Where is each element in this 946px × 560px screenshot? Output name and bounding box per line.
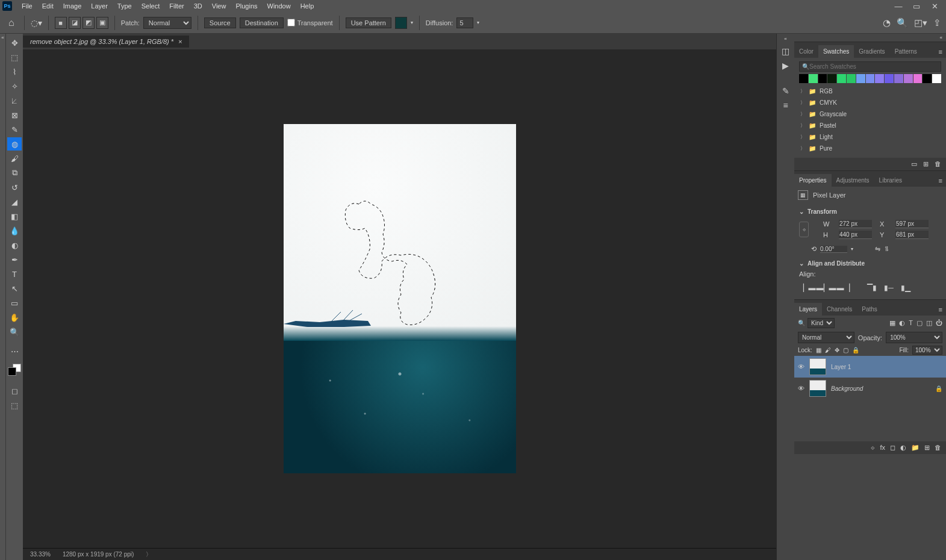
menu-edit[interactable]: Edit	[37, 2, 58, 10]
workspace-icon[interactable]: ◰▾	[914, 17, 927, 28]
quick-mask-icon[interactable]: ◻	[7, 384, 22, 397]
close-tab-icon[interactable]: ×	[178, 38, 182, 45]
swatch-item[interactable]	[904, 74, 913, 83]
hand-tool-icon[interactable]: ✋	[7, 311, 22, 324]
filter-shape-icon[interactable]: ▢	[916, 319, 923, 327]
zoom-tool-icon[interactable]: 🔍	[7, 325, 22, 338]
collapse-arrow-icon[interactable]: «	[784, 36, 786, 42]
window-close-icon[interactable]: ✕	[926, 2, 944, 11]
swatch-item[interactable]	[866, 74, 875, 83]
type-tool-icon[interactable]: T	[7, 267, 22, 281]
menu-type[interactable]: Type	[113, 2, 137, 10]
filter-adjustment-icon[interactable]: ◐	[899, 319, 905, 327]
menu-image[interactable]: Image	[58, 2, 87, 10]
new-layer-icon[interactable]: ⊞	[924, 444, 930, 452]
fill-select[interactable]: 100%	[912, 346, 942, 355]
layer-item-background[interactable]: 👁 Background 🔒	[794, 378, 946, 399]
screen-mode-icon[interactable]: ⬚	[7, 399, 22, 412]
intersect-selection-icon[interactable]: ▣	[96, 17, 108, 29]
foreground-background-colors[interactable]	[8, 364, 21, 377]
swatch-item[interactable]	[894, 74, 903, 83]
actions-panel-icon[interactable]: ▶	[782, 61, 789, 70]
crop-tool-icon[interactable]: ⟀	[7, 94, 22, 107]
lock-image-icon[interactable]: 🖌	[825, 347, 831, 353]
frame-tool-icon[interactable]: ⊠	[7, 108, 22, 122]
align-top-icon[interactable]: ▔▮	[867, 282, 877, 293]
layer-thumbnail[interactable]	[809, 358, 826, 375]
swatch-item[interactable]	[847, 74, 856, 83]
layer-fx-icon[interactable]: fx	[880, 444, 885, 452]
window-minimize-icon[interactable]: —	[889, 2, 907, 11]
swatch-item[interactable]	[799, 74, 808, 83]
link-wh-icon[interactable]: ⟐	[799, 222, 809, 237]
use-pattern-button[interactable]: Use Pattern	[346, 17, 391, 28]
cloud-docs-icon[interactable]: ◔	[883, 17, 891, 28]
panel-menu-icon[interactable]: ≡	[935, 303, 946, 316]
align-left-icon[interactable]: ▏▬	[804, 282, 815, 293]
height-input[interactable]	[839, 231, 872, 239]
swatch-folder-pastel[interactable]: 〉📁Pastel	[799, 120, 941, 131]
toolbar-collapse[interactable]: «	[0, 34, 6, 560]
lasso-tool-icon[interactable]: ⌇	[7, 65, 22, 78]
swatch-folder-light[interactable]: 〉📁Light	[799, 131, 941, 143]
magic-wand-tool-icon[interactable]: ✧	[7, 79, 22, 93]
width-input[interactable]	[839, 220, 872, 228]
align-right-icon[interactable]: ▬▕	[838, 282, 848, 293]
angle-input[interactable]	[820, 246, 847, 253]
swatch-export-icon[interactable]: ▭	[911, 160, 917, 168]
marquee-tool-icon[interactable]: ⬚	[7, 51, 22, 64]
subtract-selection-icon[interactable]: ◩	[82, 17, 95, 29]
visibility-toggle-icon[interactable]: 👁	[798, 385, 804, 392]
new-group-icon[interactable]: 📁	[911, 444, 920, 452]
blur-tool-icon[interactable]: 💧	[7, 224, 22, 237]
source-button[interactable]: Source	[204, 17, 236, 28]
tab-libraries[interactable]: Libraries	[874, 174, 907, 187]
home-icon[interactable]: ⌂	[5, 17, 18, 28]
patch-mode-select[interactable]: Normal	[143, 17, 191, 29]
visibility-toggle-icon[interactable]: 👁	[798, 363, 804, 370]
menu-3d[interactable]: 3D	[189, 2, 207, 10]
align-hcenter-icon[interactable]: ▬▏▬	[821, 282, 832, 293]
swatch-item[interactable]	[932, 74, 941, 83]
layer-name[interactable]: Layer 1	[831, 364, 851, 370]
filter-smartobj-icon[interactable]: ◫	[926, 319, 932, 327]
swatch-search-input[interactable]	[809, 63, 938, 70]
swatch-item[interactable]	[856, 74, 865, 83]
canvas-viewport[interactable]	[23, 49, 776, 548]
window-restore-icon[interactable]: ▭	[907, 2, 926, 11]
shape-tool-icon[interactable]: ▭	[7, 296, 22, 310]
move-tool-icon[interactable]: ✥	[7, 36, 22, 49]
share-icon[interactable]: ⇪	[933, 17, 941, 28]
history-panel-icon[interactable]: ◫	[782, 46, 789, 56]
patch-tool-icon[interactable]: ◍	[7, 137, 22, 151]
layer-item-layer1[interactable]: 👁 Layer 1	[794, 356, 946, 378]
swatch-folder-grayscale[interactable]: 〉📁Grayscale	[799, 108, 941, 120]
clone-stamp-tool-icon[interactable]: ⧉	[7, 166, 22, 179]
brush-settings-panel-icon[interactable]: ≡	[783, 101, 788, 110]
align-section-toggle[interactable]: ⌄Align and Distribute	[799, 260, 941, 267]
panel-menu-icon[interactable]: ≡	[935, 175, 946, 187]
swatch-item[interactable]	[827, 74, 836, 83]
pen-tool-icon[interactable]: ✒	[7, 253, 22, 266]
new-selection-icon[interactable]: ■	[55, 17, 67, 29]
swatch-folder-cmyk[interactable]: 〉📁CMYK	[799, 97, 941, 108]
brush-tool-icon[interactable]: 🖌	[7, 152, 22, 165]
delete-layer-icon[interactable]: 🗑	[935, 444, 941, 452]
flip-vertical-icon[interactable]: ⥮	[884, 245, 889, 253]
edit-toolbar-icon[interactable]: ⋯	[7, 344, 22, 358]
menu-plugins[interactable]: Plugins	[231, 2, 262, 10]
align-bottom-icon[interactable]: ▮▁	[900, 282, 911, 293]
path-selection-tool-icon[interactable]: ↖	[7, 282, 22, 295]
search-icon[interactable]: 🔍	[897, 17, 908, 28]
tab-layers[interactable]: Layers	[794, 303, 822, 316]
swatch-item[interactable]	[923, 74, 932, 83]
zoom-level[interactable]: 33.33%	[30, 551, 51, 558]
menu-help[interactable]: Help	[296, 2, 319, 10]
swatch-folder-pure[interactable]: 〉📁Pure	[799, 143, 941, 154]
gradient-tool-icon[interactable]: ◧	[7, 210, 22, 223]
tab-channels[interactable]: Channels	[822, 303, 857, 316]
transform-section-toggle[interactable]: ⌄Transform	[799, 208, 941, 215]
filter-type-icon[interactable]: T	[909, 319, 913, 327]
swatch-item[interactable]	[837, 74, 846, 83]
link-layers-icon[interactable]: ⟐	[871, 444, 875, 452]
